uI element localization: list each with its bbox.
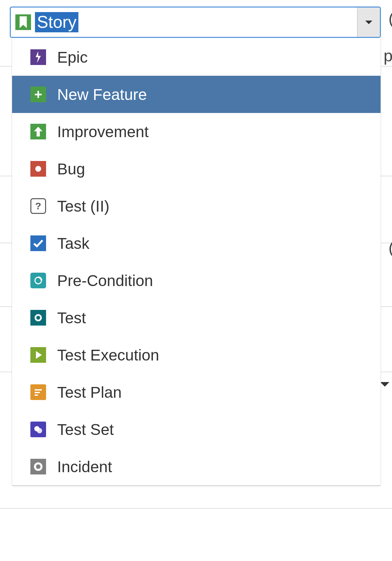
option-label: Test (II) [57,197,109,215]
question-icon: ? [30,198,46,214]
option-incident[interactable]: Incident [12,448,381,485]
option-test-execution[interactable]: Test Execution [12,336,381,374]
issue-type-selected-label: Story [35,12,78,32]
chevron-down-icon[interactable] [380,382,389,387]
option-task[interactable]: Task [12,225,381,262]
option-test[interactable]: Test [12,299,381,336]
option-test-set[interactable]: Test Set [12,411,381,448]
plus-icon: + [30,87,46,102]
option-label: New Feature [57,86,147,104]
option-test-plan[interactable]: Test Plan [12,374,381,411]
option-label: Test Execution [57,346,159,364]
option-label: Test Set [57,421,114,439]
option-improvement[interactable]: Improvement [12,113,381,150]
bug-icon [30,161,46,177]
story-icon [15,14,31,30]
option-label: Test [57,309,86,327]
issue-type-dropdown: Epic + New Feature Improvement Bug ? Tes… [12,39,381,486]
incident-icon [30,459,46,474]
option-epic[interactable]: Epic [12,39,381,76]
option-bug[interactable]: Bug [12,150,381,187]
option-label: Improvement [57,123,149,141]
precondition-icon [30,273,46,288]
arrow-up-icon [30,124,46,139]
option-pre-condition[interactable]: Pre-Condition [12,262,381,299]
svg-rect-3 [35,394,38,396]
issue-type-select-trigger[interactable] [357,8,380,37]
set-icon [30,422,46,437]
option-label: Task [57,234,90,252]
divider [0,508,392,509]
svg-rect-1 [35,389,42,391]
svg-rect-2 [35,392,40,393]
option-label: Test Plan [57,383,122,401]
check-icon [30,235,46,251]
chevron-down-icon [365,21,372,24]
cropped-text: ( [388,238,392,257]
issue-type-select-value[interactable]: Story [11,8,357,37]
cropped-text: ( [388,9,392,28]
cropped-text: p [384,46,392,65]
issue-type-select[interactable]: Story [10,7,381,38]
ring-icon [30,310,46,326]
play-icon [30,347,46,363]
option-label: Pre-Condition [57,272,153,290]
epic-icon [30,49,46,65]
option-label: Epic [57,48,88,66]
plan-icon [30,384,46,400]
option-new-feature[interactable]: + New Feature [12,76,381,113]
option-label: Bug [57,160,85,178]
option-label: Incident [57,458,112,476]
option-test-ii[interactable]: ? Test (II) [12,187,381,225]
svg-point-5 [37,428,42,433]
